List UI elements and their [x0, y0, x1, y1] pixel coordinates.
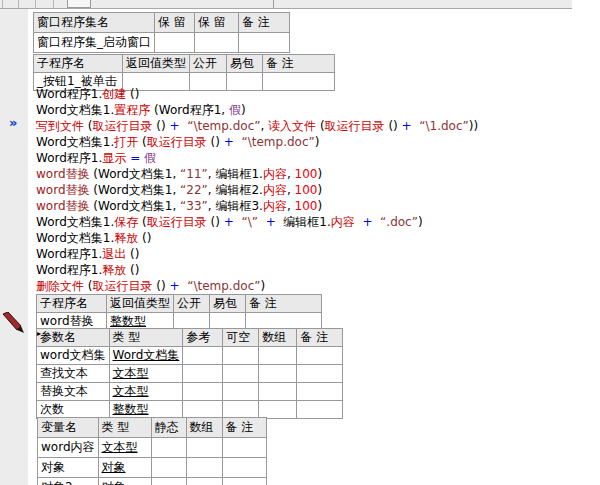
empty-cell[interactable]: [155, 33, 195, 53]
code-token-num: 100: [295, 199, 318, 213]
code-token-mth: 写到文件: [36, 119, 84, 133]
column-header: 窗口程序集名: [34, 13, 155, 33]
column-header: 备 注: [222, 418, 266, 438]
empty-cell[interactable]: [151, 478, 186, 485]
code-token-pln: (: [138, 135, 147, 149]
code-token-pln: [258, 215, 266, 229]
empty-cell[interactable]: [297, 383, 343, 401]
type-link[interactable]: 文本型: [98, 438, 151, 458]
empty-cell[interactable]: [195, 33, 239, 53]
empty-cell[interactable]: [183, 383, 223, 401]
empty-cell[interactable]: [297, 401, 343, 419]
header-row: 窗口程序集名保 留保 留备 注: [34, 13, 290, 33]
name-cell[interactable]: 替换文本: [37, 383, 110, 401]
subroutine-def-table: 子程序名返回值类型公开易包备 注word替换整数型: [36, 294, 322, 331]
name-cell[interactable]: word内容: [38, 438, 99, 458]
code-token-op: +: [170, 279, 180, 293]
empty-cell[interactable]: [239, 33, 290, 53]
empty-cell[interactable]: [222, 458, 266, 478]
code-line[interactable]: Word文档集1.释放 (): [36, 230, 478, 246]
empty-cell[interactable]: [259, 383, 297, 401]
toolbar-separator: [35, 0, 36, 8]
empty-cell[interactable]: [222, 478, 266, 485]
empty-cell[interactable]: [297, 365, 343, 383]
type-link[interactable]: Word文档集: [109, 347, 183, 365]
empty-cell[interactable]: [186, 458, 222, 478]
empty-cell[interactable]: [183, 365, 223, 383]
code-token-pln: ): [260, 279, 265, 293]
code-token-pln: ): [317, 199, 322, 213]
code-token-pln: Word文档集1.: [36, 231, 114, 245]
code-line[interactable]: Word程序1.退出 (): [36, 246, 478, 262]
empty-cell[interactable]: [183, 347, 223, 365]
column-header: 参考: [183, 329, 223, 347]
name-cell[interactable]: 对象2: [38, 478, 99, 485]
toolbar-separator: [53, 0, 54, 8]
empty-cell[interactable]: [223, 383, 259, 401]
table-row: 窗口程序集_启动窗口: [34, 33, 290, 53]
empty-cell[interactable]: [259, 365, 297, 383]
type-link[interactable]: 文本型: [109, 383, 183, 401]
pen-cursor-icon: [2, 312, 26, 336]
code-line[interactable]: 写到文件 (取运行目录 () + “\temp.doc”, 读入文件 (取运行目…: [36, 118, 478, 134]
type-link[interactable]: 整数型: [109, 401, 183, 419]
empty-cell[interactable]: [222, 438, 266, 458]
code-token-pln: (Word文档集1,: [90, 167, 181, 181]
toolbar-separator: [2, 0, 3, 8]
name-cell[interactable]: 对象: [38, 458, 99, 478]
column-header: 备 注: [297, 329, 343, 347]
code-token-pln: [372, 215, 380, 229]
name-cell[interactable]: 次数: [37, 401, 110, 419]
code-line[interactable]: Word程序1.显示 = 假: [36, 150, 478, 166]
code-line[interactable]: Word程序1.释放 (): [36, 262, 478, 278]
code-token-cst: 假: [144, 151, 156, 165]
code-token-mth: 创建: [102, 87, 126, 101]
code-token-cst: 假: [229, 103, 241, 117]
code-token-pln: (): [126, 263, 139, 277]
empty-cell[interactable]: [259, 347, 297, 365]
header-row: 子程序名返回值类型公开易包备 注: [34, 55, 335, 73]
code-line[interactable]: Word文档集1.保存 (取运行目录 () + “\” + 编辑框1.内容 + …: [36, 214, 478, 230]
empty-cell[interactable]: [223, 347, 259, 365]
empty-cell[interactable]: [297, 347, 343, 365]
code-line[interactable]: Word程序1.创建 (): [36, 86, 478, 102]
code-token-pln: ): [241, 103, 246, 117]
code-token-str: “.doc”: [380, 215, 418, 229]
toolbar-separator: [273, 0, 274, 8]
code-token-pln: (Word文档集1,: [90, 199, 181, 213]
code-token-str: “22”: [180, 183, 208, 197]
empty-cell[interactable]: [151, 438, 186, 458]
code-line[interactable]: word替换 (Word文档集1, “11”, 编辑框1.内容, 100): [36, 166, 478, 182]
code-line[interactable]: word替换 (Word文档集1, “33”, 编辑框3.内容, 100): [36, 198, 478, 214]
empty-cell[interactable]: [259, 401, 297, 419]
code-token-str: “\”: [242, 215, 258, 229]
empty-cell[interactable]: [223, 365, 259, 383]
type-link[interactable]: 对象: [98, 458, 151, 478]
name-cell[interactable]: 查找文本: [37, 365, 110, 383]
elang-ide-code-editor: 窗口程序集名保 留保 留备 注窗口程序集_启动窗口子程序名返回值类型公开易包备 …: [0, 0, 600, 485]
type-link[interactable]: 对象: [98, 478, 151, 485]
column-header: 子程序名: [37, 295, 107, 313]
code-token-op: =: [130, 151, 140, 165]
table-row: 对象对象: [38, 458, 267, 478]
toolbar-separator: [18, 0, 19, 8]
empty-cell[interactable]: [183, 401, 223, 419]
name-cell[interactable]: word文档集: [37, 347, 110, 365]
name-cell[interactable]: 窗口程序集_启动窗口: [34, 33, 155, 53]
code-line[interactable]: 删除文件 (取运行目录 () + “\temp.doc”): [36, 278, 478, 294]
code-token-pln: ,: [287, 199, 295, 213]
empty-cell[interactable]: [186, 438, 222, 458]
header-row: 变量名类 型静态数组备 注: [38, 418, 267, 438]
empty-cell[interactable]: [151, 458, 186, 478]
empty-cell[interactable]: [186, 478, 222, 485]
type-link[interactable]: 文本型: [109, 365, 183, 383]
code-token-pln: (): [138, 231, 151, 245]
code-line[interactable]: word替换 (Word文档集1, “22”, 编辑框2.内容, 100): [36, 182, 478, 198]
code-token-pln: )): [469, 119, 478, 133]
code-line[interactable]: Word文档集1.置程序 (Word程序1, 假): [36, 102, 478, 118]
code-token-pln: (: [316, 119, 325, 133]
empty-cell[interactable]: [223, 401, 259, 419]
code-token-op: +: [224, 135, 234, 149]
code-token-num: 100: [295, 167, 318, 181]
code-line[interactable]: Word文档集1.打开 (取运行目录 () + “\temp.doc”): [36, 134, 478, 150]
